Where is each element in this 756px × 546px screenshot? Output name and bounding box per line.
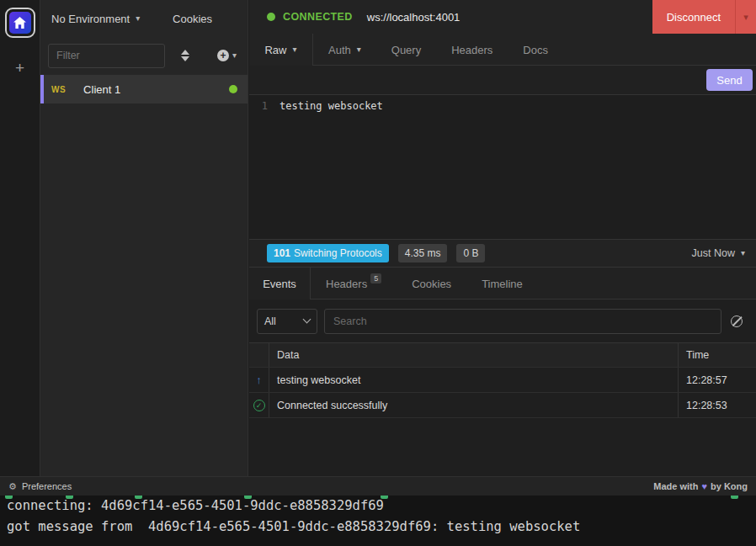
- event-type-select[interactable]: All: [257, 309, 317, 334]
- heart-icon: ♥: [701, 481, 707, 491]
- tab-label: Raw: [264, 44, 286, 56]
- tab-divider: [313, 65, 756, 66]
- cookies-button[interactable]: Cookies: [173, 13, 212, 25]
- add-project-button[interactable]: +: [15, 60, 24, 76]
- table-row[interactable]: ↑ testing websocket 12:28:57: [249, 368, 756, 393]
- icon-column-header: [249, 343, 269, 367]
- sidebar-filter-row: + ▾: [40, 37, 248, 74]
- credit-text: by Kong: [711, 481, 748, 491]
- tab-raw[interactable]: Raw ▾: [249, 34, 313, 66]
- kong-credit: Made with ♥ by Kong: [653, 481, 748, 491]
- request-name: Client 1: [83, 83, 120, 96]
- tab-label: Timeline: [482, 278, 523, 290]
- sent-message-icon: ↑: [249, 368, 269, 392]
- websocket-url[interactable]: ws://localhost:4001: [367, 11, 461, 24]
- headers-count-badge: 5: [370, 273, 381, 284]
- tab-query[interactable]: Query: [376, 34, 436, 66]
- disconnect-button-group: Disconnect ▾: [652, 0, 756, 34]
- events-table: Data Time ↑ testing websocket 12:28:57 ✓…: [249, 342, 756, 418]
- plus-circle-icon: +: [217, 50, 229, 61]
- clipped-terminal-text: [66, 496, 73, 499]
- tab-response-headers[interactable]: Headers 5: [311, 268, 397, 300]
- tab-divider: [311, 299, 756, 300]
- terminal-panel[interactable]: connecting: 4d69cf14-e565-4501-9ddc-e885…: [0, 496, 756, 546]
- disconnect-button[interactable]: Disconnect: [652, 0, 735, 34]
- response-tabs: Events Headers 5 Cookies Timeline: [249, 268, 756, 300]
- events-filter-row: All: [249, 300, 756, 342]
- home-icon: [9, 12, 31, 34]
- status-code: 101: [274, 247, 290, 259]
- tab-label: Headers: [451, 44, 492, 56]
- tab-label: Query: [391, 44, 421, 56]
- tab-label: Docs: [523, 44, 548, 56]
- response-size-badge: 0 B: [456, 244, 485, 262]
- sidebar: No Environment ▾ Cookies + ▾ WS Client 1: [40, 0, 248, 476]
- environment-selector[interactable]: No Environment ▾: [51, 13, 140, 25]
- gear-icon: ⚙: [8, 481, 17, 492]
- add-request-button[interactable]: + ▾: [217, 50, 237, 61]
- response-history-dropdown[interactable]: Just Now ▾: [692, 247, 745, 259]
- event-data: testing websocket: [269, 368, 679, 392]
- connected-dot-icon: [267, 13, 275, 21]
- selected-option: All: [264, 315, 276, 327]
- table-row[interactable]: ✓ Connected successfully 12:28:53: [249, 393, 756, 418]
- events-search-input[interactable]: [324, 309, 721, 334]
- sort-icon[interactable]: [181, 50, 189, 61]
- event-time: 12:28:53: [679, 393, 756, 417]
- tab-auth[interactable]: Auth ▾: [313, 34, 376, 66]
- connected-icon: ✓: [249, 393, 269, 417]
- recency-label: Just Now: [692, 247, 735, 259]
- status-footer: ⚙ Preferences Made with ♥ by Kong: [0, 476, 756, 496]
- tab-timeline[interactable]: Timeline: [466, 268, 538, 300]
- connection-status: CONNECTED: [283, 11, 353, 23]
- table-header-row: Data Time: [249, 343, 756, 368]
- url-bar: CONNECTED ws://localhost:4001 Disconnect…: [249, 0, 756, 34]
- clipped-terminal-text: [5, 496, 13, 499]
- tab-response-cookies[interactable]: Cookies: [397, 268, 466, 300]
- sidebar-filter-input[interactable]: [48, 44, 165, 68]
- app-window: + No Environment ▾ Cookies + ▾ WS Client…: [0, 0, 756, 546]
- response-status-bar: 101Switching Protocols 4.35 ms 0 B Just …: [249, 240, 756, 268]
- event-time: 12:28:57: [679, 368, 756, 392]
- response-time-badge: 4.35 ms: [398, 244, 448, 262]
- send-toolbar: Send: [249, 66, 756, 95]
- terminal-line: connecting: 4d69cf14-e565-4501-9ddc-e885…: [0, 496, 756, 517]
- tab-events[interactable]: Events: [249, 268, 311, 300]
- chevron-down-icon: [303, 315, 311, 324]
- tab-docs[interactable]: Docs: [508, 34, 563, 66]
- message-editor[interactable]: 1 testing websocket: [249, 95, 756, 240]
- status-badge: 101Switching Protocols: [267, 244, 389, 262]
- disconnect-dropdown-button[interactable]: ▾: [735, 0, 756, 34]
- app-rail: +: [0, 0, 40, 476]
- chevron-down-icon: ▾: [357, 45, 361, 54]
- chevron-down-icon: ▾: [232, 51, 237, 60]
- chevron-down-icon: ▾: [741, 249, 745, 257]
- data-column-header: Data: [269, 343, 679, 367]
- tab-label: Auth: [328, 44, 351, 56]
- tab-label: Headers: [326, 278, 367, 290]
- ws-method-tag: WS: [51, 85, 66, 94]
- home-button[interactable]: [5, 8, 35, 38]
- clipped-terminal-text: [381, 496, 388, 499]
- connection-status-dot: [229, 85, 237, 93]
- chevron-down-icon: ▾: [743, 13, 748, 22]
- tab-label: Events: [263, 278, 296, 290]
- preferences-button[interactable]: ⚙ Preferences: [8, 481, 72, 492]
- main-pane: CONNECTED ws://localhost:4001 Disconnect…: [249, 0, 756, 476]
- chevron-down-icon: ▾: [136, 14, 140, 23]
- terminal-line: got message from 4d69cf14-e565-4501-9ddc…: [0, 517, 756, 538]
- send-button[interactable]: Send: [706, 69, 753, 91]
- sidebar-item-client-1[interactable]: WS Client 1: [40, 75, 248, 103]
- time-column-header: Time: [679, 343, 756, 367]
- line-number: 1: [249, 100, 280, 112]
- status-text: Switching Protocols: [294, 247, 382, 259]
- environment-label: No Environment: [51, 13, 130, 25]
- credit-text: Made with: [653, 481, 698, 491]
- arrow-up-icon: ↑: [256, 374, 262, 386]
- check-circle-icon: ✓: [253, 400, 265, 411]
- clipped-terminal-text: [244, 496, 252, 499]
- tab-headers[interactable]: Headers: [436, 34, 508, 66]
- clear-events-icon[interactable]: [731, 315, 743, 327]
- preferences-label: Preferences: [22, 481, 72, 491]
- chevron-down-icon: ▾: [292, 45, 296, 54]
